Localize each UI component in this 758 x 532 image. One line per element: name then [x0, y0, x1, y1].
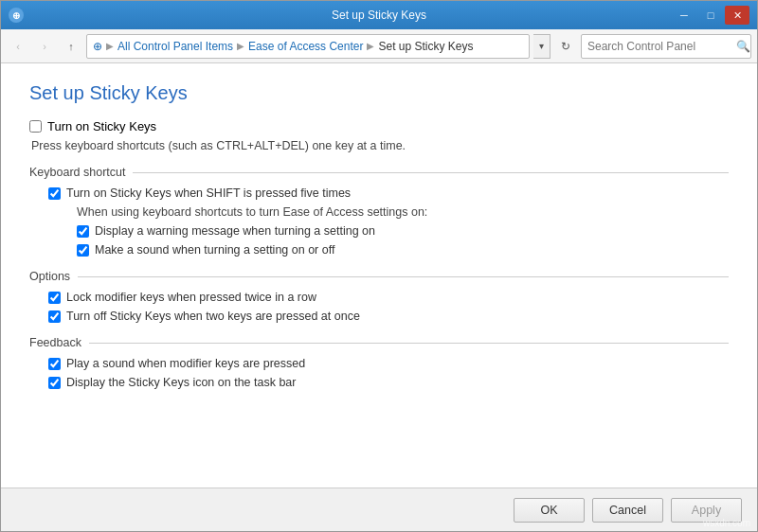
path-icon: ⊕: [93, 40, 102, 53]
warning-msg-row: Display a warning message when turning a…: [77, 224, 729, 238]
cancel-button[interactable]: Cancel: [592, 498, 663, 523]
path-all-control[interactable]: All Control Panel Items: [117, 40, 233, 53]
path-sep-2: ▶: [237, 41, 244, 51]
turn-off-checkbox[interactable]: [48, 310, 61, 323]
options-section: Options Lock modifier keys when pressed …: [29, 270, 729, 323]
shift-five-row: Turn on Sticky Keys when SHIFT is presse…: [48, 186, 729, 200]
address-path: ⊕ ▶ All Control Panel Items ▶ Ease of Ac…: [86, 34, 530, 59]
maximize-button[interactable]: □: [698, 6, 723, 25]
main-description: Press keyboard shortcuts (such as CTRL+A…: [31, 139, 729, 152]
path-dropdown[interactable]: ▾: [533, 34, 550, 59]
up-button[interactable]: ↑: [60, 35, 82, 58]
title-bar-left: ⊕: [9, 8, 24, 23]
make-sound-label[interactable]: Make a sound when turning a setting on o…: [95, 243, 334, 257]
sub-description: When using keyboard shortcuts to turn Ea…: [77, 205, 729, 219]
keyboard-shortcut-title: Keyboard shortcut: [29, 166, 125, 179]
footer: OK Cancel Apply: [1, 488, 757, 531]
feedback-header: Feedback: [29, 336, 729, 349]
path-sep-3: ▶: [367, 41, 374, 51]
content-area: Set up Sticky Keys Turn on Sticky Keys P…: [1, 63, 757, 488]
play-sound-checkbox[interactable]: [48, 358, 61, 370]
ok-button[interactable]: OK: [514, 498, 585, 523]
keyboard-shortcut-items: Turn on Sticky Keys when SHIFT is presse…: [29, 186, 729, 257]
path-ease-access[interactable]: Ease of Access Center: [248, 40, 363, 53]
play-sound-row: Play a sound when modifier keys are pres…: [48, 357, 729, 370]
window-controls: ─ □ ✕: [672, 6, 749, 25]
close-button[interactable]: ✕: [725, 6, 749, 25]
turn-on-sticky-checkbox[interactable]: [29, 120, 42, 133]
display-icon-checkbox[interactable]: [48, 377, 61, 389]
lock-modifier-checkbox[interactable]: [48, 292, 61, 304]
minimize-button[interactable]: ─: [672, 6, 696, 25]
keyboard-shortcut-section: Keyboard shortcut Turn on Sticky Keys wh…: [29, 166, 729, 257]
section-divider-3: [89, 343, 729, 344]
main-checkbox-row: Turn on Sticky Keys: [29, 119, 729, 133]
lock-modifier-label[interactable]: Lock modifier keys when pressed twice in…: [66, 291, 316, 304]
section-divider-2: [78, 276, 729, 277]
sub-items-group: When using keyboard shortcuts to turn Ea…: [48, 205, 729, 257]
make-sound-row: Make a sound when turning a setting on o…: [77, 243, 729, 257]
section-divider-1: [133, 172, 729, 173]
shift-five-label[interactable]: Turn on Sticky Keys when SHIFT is presse…: [66, 186, 351, 200]
turn-on-sticky-label[interactable]: Turn on Sticky Keys: [47, 119, 156, 133]
warning-msg-checkbox[interactable]: [77, 225, 89, 238]
make-sound-checkbox[interactable]: [77, 244, 89, 257]
shift-five-checkbox[interactable]: [48, 187, 61, 200]
options-items: Lock modifier keys when pressed twice in…: [29, 291, 729, 323]
feedback-title: Feedback: [29, 336, 81, 349]
turn-off-row: Turn off Sticky Keys when two keys are p…: [48, 310, 729, 323]
search-input[interactable]: [582, 40, 735, 53]
options-header: Options: [29, 270, 729, 283]
main-window: ⊕ Set up Sticky Keys ─ □ ✕ ‹ › ↑ ⊕ ▶ All…: [0, 0, 758, 532]
window-title: Set up Sticky Keys: [332, 9, 426, 22]
page-title: Set up Sticky Keys: [29, 82, 729, 104]
display-icon-label[interactable]: Display the Sticky Keys icon on the task…: [66, 376, 296, 389]
address-bar: ‹ › ↑ ⊕ ▶ All Control Panel Items ▶ Ease…: [1, 29, 757, 63]
display-icon-row: Display the Sticky Keys icon on the task…: [48, 376, 729, 389]
keyboard-shortcut-header: Keyboard shortcut: [29, 166, 729, 179]
warning-msg-label[interactable]: Display a warning message when turning a…: [95, 224, 375, 238]
search-icon[interactable]: 🔍: [735, 34, 750, 59]
search-box: 🔍: [581, 34, 751, 59]
play-sound-label[interactable]: Play a sound when modifier keys are pres…: [66, 357, 305, 370]
watermark: wsxdn.com: [703, 518, 750, 528]
title-bar: ⊕ Set up Sticky Keys ─ □ ✕: [1, 1, 757, 29]
options-title: Options: [29, 270, 70, 283]
back-button[interactable]: ‹: [7, 35, 29, 58]
path-current: Set up Sticky Keys: [378, 40, 473, 53]
path-separator-1: ▶: [106, 41, 114, 51]
turn-off-label[interactable]: Turn off Sticky Keys when two keys are p…: [66, 310, 360, 323]
feedback-items: Play a sound when modifier keys are pres…: [29, 357, 729, 389]
lock-modifier-row: Lock modifier keys when pressed twice in…: [48, 291, 729, 304]
refresh-button[interactable]: ↻: [554, 35, 577, 58]
forward-button[interactable]: ›: [33, 35, 56, 58]
feedback-section: Feedback Play a sound when modifier keys…: [29, 336, 729, 389]
window-icon: ⊕: [9, 8, 24, 23]
